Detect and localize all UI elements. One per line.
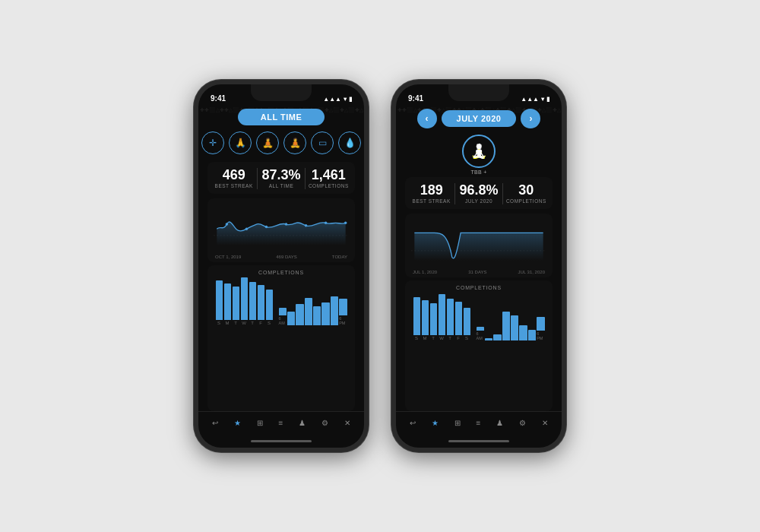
signal-icon: ▲▲▲ [323,96,341,103]
status-icons-1: ▲▲▲ ▾ ▮ [323,96,352,103]
activity-icon-container: 🧘 TBB + [396,135,562,174]
svg-point-1 [226,223,228,225]
cat-icon-yoga[interactable]: 🧘 [256,131,279,154]
bar2-f1 [455,302,462,335]
stretch-icon: 🧘 [470,143,487,160]
completions-value-2: 30 [503,183,549,197]
bar2-w1 [439,294,445,335]
stat-rate-2: 96.8% JULY 2020 [455,183,502,204]
bar2-time3 [493,334,501,340]
list-icon-1[interactable]: ≡ [279,419,283,427]
chart-start-1: OCT 1, 2019 [215,255,241,259]
category-icons-1: ✛ 🙏 🧘 🧘 ▭ 💧 [198,131,364,154]
bar-chart-2: COMPLETIONS S M T [405,280,553,411]
bar-f1 [258,285,264,320]
bar-time4 [305,298,312,325]
wifi-icon: ▾ [344,96,347,103]
bar2-time5 [511,315,518,340]
stat-completions-1: 1,461 COMPLETIONS [306,168,352,188]
line-chart-svg-2 [411,220,546,265]
stat-completions-2: 30 COMPLETIONS [503,183,549,204]
activity-circle: 🧘 [462,135,496,168]
bar2-sa1 [464,308,470,335]
bar2-m1 [422,300,429,335]
grid-icon-2[interactable]: ⊞ [454,419,461,427]
phone-1-screen: 9:41 ▲▲▲ ▾ ▮ ✚✚⬛△✚✚△⬛✚△⬛✚✚△⬛✚△✚⬛△✚⬛✚△⬛✚△… [198,84,364,448]
bar-time3 [296,304,303,325]
completions-value-1: 1,461 [306,168,352,182]
chart-end-2: JUL 31, 2020 [518,270,545,274]
wifi-icon-2: ▾ [541,96,544,103]
bar2-time1 [477,327,484,331]
cat-icon-water[interactable]: 💧 [338,131,361,154]
star-icon-1[interactable]: ★ [234,419,241,427]
cat-icon-cross[interactable]: ✛ [201,131,224,154]
grid-icon-1[interactable]: ⊞ [257,419,263,427]
rate-label-2: JULY 2020 [455,198,502,204]
chart-mid-1: 469 DAYS [276,255,297,259]
status-bar-1: 9:41 ▲▲▲ ▾ ▮ [198,84,364,106]
status-time-1: 9:41 [211,94,226,103]
status-icons-2: ▲▲▲ ▾ ▮ [521,96,549,103]
signal-icon-2: ▲▲▲ [521,96,539,103]
bar2-time2 [485,338,492,340]
cat-icon-pray[interactable]: 🙏 [229,131,252,154]
svg-point-7 [344,222,347,224]
stats-row-1: 469 BEST STREAK 87.3% ALL TIME 1,461 COM… [207,162,355,194]
star-icon-2[interactable]: ★ [432,419,439,427]
streak-value-2: 189 [408,183,454,197]
bar-label-s1: S [217,321,220,325]
chart-dates-1: OCT 1, 2019 469 DAYS TODAY [214,255,349,259]
prev-period-button[interactable]: ‹ [417,109,437,128]
share-icon-2[interactable]: ↩ [410,419,416,427]
battery-icon-2: ▮ [546,96,549,103]
bar-time8 [339,299,347,315]
svg-point-4 [285,223,287,225]
phone-1: 9:41 ▲▲▲ ▾ ▮ ✚✚⬛△✚✚△⬛✚△⬛✚✚△⬛✚△✚⬛△✚⬛✚△⬛✚△… [194,80,369,452]
bar-time2 [287,312,295,325]
close-icon-2[interactable]: ✕ [542,419,548,427]
bar2-time8 [537,317,544,331]
rate-value-2: 96.8% [455,183,502,197]
person-icon-2[interactable]: ♟ [496,419,503,427]
cat-icon-task[interactable]: ▭ [311,131,334,154]
period-button-2[interactable]: JULY 2020 [442,110,517,127]
bar-label-th1: T [251,321,254,325]
streak-label-2: BEST STREAK [408,198,454,204]
stat-streak-2: 189 BEST STREAK [408,183,454,204]
bar-label-t1: T [234,321,237,325]
bar-chart-bars-1: S M T W [212,278,350,325]
cat-icon-meditate[interactable]: 🧘 [283,131,306,154]
bar2-time4 [502,312,510,340]
bar-sa1 [266,290,273,320]
close-icon-1[interactable]: ✕ [344,419,350,427]
next-period-button[interactable]: › [521,109,540,128]
share-icon-1[interactable]: ↩ [212,419,218,427]
settings-icon-1[interactable]: ⚙ [321,419,328,427]
bar2-t1 [430,303,437,335]
bar-label-m1: M [226,321,230,325]
status-time-2: 9:41 [408,94,423,103]
completions-label-1: COMPLETIONS [306,183,352,188]
bar-label-6am: 6 AM [279,316,287,325]
settings-icon-2[interactable]: ⚙ [519,419,526,427]
bar-w1 [241,277,248,320]
svg-point-6 [325,222,327,224]
home-indicator-1 [198,434,364,448]
bar-label-6pm: 6 PM [339,316,347,325]
streak-value-1: 469 [211,168,257,182]
person-icon-1[interactable]: ♟ [299,419,306,427]
line-chart-1: OCT 1, 2019 469 DAYS TODAY [207,198,355,262]
bar-chart-title-1: COMPLETIONS [212,270,350,275]
svg-point-3 [265,226,268,228]
bar-t1 [233,287,239,320]
phone-1-content: 469 BEST STREAK 87.3% ALL TIME 1,461 COM… [198,159,364,411]
bar-time5 [313,306,321,325]
line-chart-2: JUL 1, 2020 31 DAYS JUL 31, 2020 [405,214,553,277]
list-icon-2[interactable]: ≡ [477,419,481,427]
rate-label-1: ALL TIME [258,183,304,188]
bar-time6 [321,302,329,325]
activity-label-small: TBB + [470,169,486,174]
all-time-button[interactable]: ALL TIME [238,109,325,125]
chart-mid-2: 31 DAYS [468,270,486,274]
